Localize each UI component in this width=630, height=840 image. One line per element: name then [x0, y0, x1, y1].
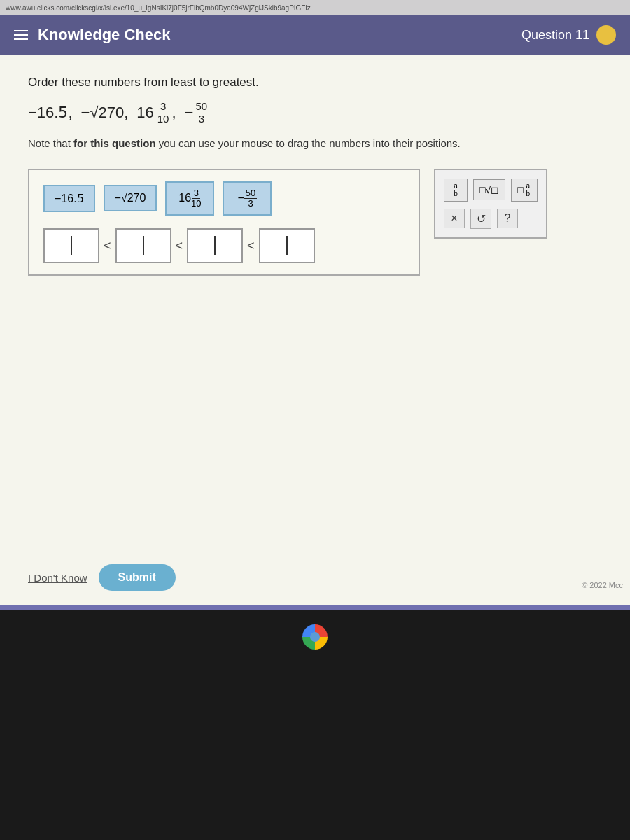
header-left: Knowledge Check: [14, 26, 170, 44]
cursor-4: [286, 236, 288, 255]
header: Knowledge Check Question 11: [0, 15, 630, 55]
url-bar: www.awu.clicks.com/clickscgi/x/lsl.exe/1…: [6, 4, 311, 12]
close-button[interactable]: ×: [444, 209, 465, 228]
answer-slot-2[interactable]: [115, 228, 172, 263]
bottom-bar: I Don't Know Submit: [0, 550, 630, 605]
number-neg165: −16.5̄,: [28, 104, 73, 122]
lt-sign-2: <: [172, 239, 188, 253]
sqrt-icon: □√◻: [479, 184, 499, 195]
question-label: Question 11: [522, 28, 589, 43]
submit-button[interactable]: Submit: [99, 564, 176, 591]
answer-slot-3[interactable]: [187, 228, 243, 263]
dont-know-button[interactable]: I Don't Know: [28, 572, 88, 584]
page-title: Knowledge Check: [38, 26, 170, 44]
mixed-number-tool-button[interactable]: □ a b: [511, 178, 538, 202]
interactive-area: −16.5̄ −√270 16 3 10 −: [28, 169, 602, 276]
browser-bar: www.awu.clicks.com/clickscgi/x/lsl.exe/1…: [0, 0, 630, 15]
cursor-1: [71, 236, 72, 255]
number-tiles-row: −16.5̄ −√270 16 3 10 −: [43, 181, 405, 216]
numbers-display: −16.5̄, −√270, 16 3 10 , − 50 3: [28, 101, 602, 125]
number-neg-sqrt270: −√270,: [81, 104, 129, 122]
instruction-text: Order these numbers from least to greate…: [28, 76, 602, 90]
answer-slots-row: < < <: [43, 228, 405, 263]
cursor-2: [143, 236, 144, 255]
numerator-50: 50: [194, 101, 209, 113]
chrome-browser-icon[interactable]: [302, 624, 328, 650]
undo-button[interactable]: ↺: [470, 209, 491, 229]
denominator-10: 10: [156, 113, 171, 125]
fraction-tool-button[interactable]: a b: [444, 178, 468, 202]
number-neg-50-3: − 50 3: [185, 101, 211, 125]
sqrt-tool-button[interactable]: □√◻: [473, 179, 505, 200]
dark-taskbar-area: [0, 610, 630, 650]
hamburger-menu-icon[interactable]: [14, 30, 28, 40]
app-container: Knowledge Check Question 11 Order these …: [0, 15, 630, 610]
math-tools-panel: a b □√◻ □ a b: [434, 169, 547, 239]
tile-neg-50-3[interactable]: − 50 3: [223, 181, 272, 216]
help-button[interactable]: ?: [497, 209, 518, 228]
drag-container: −16.5̄ −√270 16 3 10 −: [28, 169, 420, 276]
denominator-3: 3: [197, 113, 206, 125]
header-circle-indicator: [596, 25, 616, 45]
numerator-3: 3: [159, 101, 167, 113]
tile-16-3-10[interactable]: 16 3 10: [165, 181, 214, 216]
note-text: Note that for this question you can use …: [28, 136, 602, 152]
content-area: Order these numbers from least to greate…: [0, 55, 630, 550]
copyright-text: © 2022 Mcc: [582, 581, 623, 589]
answer-slot-4[interactable]: [259, 228, 315, 263]
tile-neg-sqrt270[interactable]: −√270: [104, 185, 158, 211]
lt-sign-3: <: [243, 239, 259, 253]
number-16-3-10: 16 3 10 ,: [136, 101, 176, 125]
answer-slot-1[interactable]: [43, 228, 99, 263]
header-right: Question 11: [522, 25, 616, 45]
tools-row-1: a b □√◻ □ a b: [444, 178, 538, 202]
cursor-3: [214, 236, 216, 255]
purple-divider-bar: [0, 605, 630, 610]
tile-neg165[interactable]: −16.5̄: [43, 185, 95, 212]
action-row: × ↺ ?: [444, 209, 538, 229]
lt-sign-1: <: [99, 239, 115, 253]
